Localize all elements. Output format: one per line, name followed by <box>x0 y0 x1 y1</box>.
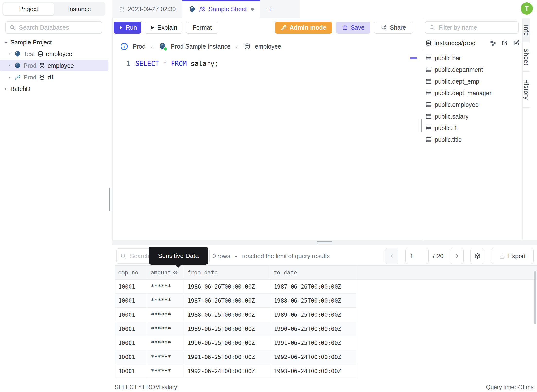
table-row[interactable]: 10001******1989-06-25T00:00:00Z1990-06-2… <box>115 322 356 336</box>
table-cell[interactable]: 10001 <box>115 350 147 364</box>
column-header-emp-no[interactable]: emp_no <box>115 266 147 279</box>
table-cell[interactable]: 10001 <box>115 308 147 322</box>
caret-down-icon[interactable] <box>4 40 8 44</box>
save-button[interactable]: Save <box>336 22 370 34</box>
table-cell[interactable]: 1989-06-25T00:00:00Z <box>184 322 270 336</box>
unlink-icon <box>119 6 125 12</box>
page-number-field[interactable] <box>405 248 429 264</box>
caret-right-icon[interactable] <box>7 52 11 56</box>
external-link-icon <box>501 40 508 46</box>
breadcrumb-environment[interactable]: Prod <box>133 43 146 50</box>
results-resize-handle[interactable] <box>112 240 537 245</box>
table-cell[interactable]: 1993-06-24T00:00:00Z <box>270 364 356 378</box>
table-row[interactable]: 10001******1987-06-26T00:00:00Z1988-06-2… <box>115 294 356 308</box>
explain-button[interactable]: Explain <box>145 22 182 34</box>
table-cell[interactable]: ****** <box>147 350 184 364</box>
eye-off-icon[interactable] <box>173 270 179 275</box>
table-row[interactable]: 10001******1988-06-25T00:00:00Z1989-06-2… <box>115 308 356 322</box>
table-cell[interactable]: 1989-06-25T00:00:00Z <box>270 308 356 322</box>
table-cell[interactable]: 10001 <box>115 294 147 307</box>
table-cell[interactable]: 1986-06-26T00:00:00Z <box>184 280 270 293</box>
tab-project[interactable]: Project <box>3 3 54 15</box>
column-header-to-date[interactable]: to_date <box>270 266 356 279</box>
table-cell[interactable]: 10001 <box>115 364 147 378</box>
sheet-tab-unsaved[interactable]: 2023-09-27 02:30 <box>112 0 182 18</box>
table-cell[interactable]: 1991-06-25T00:00:00Z <box>270 336 356 350</box>
tree-database-item[interactable]: Prodemployee <box>0 60 108 71</box>
open-external-button[interactable] <box>501 40 508 46</box>
table-cell[interactable]: ****** <box>147 336 184 350</box>
add-sheet-button[interactable]: + <box>260 0 279 18</box>
caret-right-icon[interactable] <box>7 64 11 68</box>
info-icon[interactable] <box>120 42 128 51</box>
schema-panel-resize-handle[interactable] <box>419 18 422 241</box>
table-list-item[interactable]: public.title <box>422 134 522 145</box>
table-cell[interactable]: ****** <box>147 364 184 378</box>
table-cell[interactable]: ****** <box>147 280 184 293</box>
run-button[interactable]: Run <box>114 22 141 34</box>
share-button[interactable]: Share <box>374 22 413 34</box>
tree-database-item[interactable]: Testemployee <box>0 48 108 60</box>
tree-project-item[interactable]: BatchD <box>0 83 108 95</box>
database-search[interactable] <box>5 21 102 34</box>
table-name: public.bar <box>435 55 461 62</box>
table-list-item[interactable]: public.employee <box>422 99 522 111</box>
next-page-button[interactable] <box>450 248 464 264</box>
table-cell[interactable]: 1990-06-25T00:00:00Z <box>270 322 356 336</box>
tree-database-item[interactable]: Prodd1 <box>0 71 108 83</box>
table-list-item[interactable]: public.dept_emp <box>422 76 522 87</box>
caret-right-icon[interactable] <box>7 75 11 79</box>
table-cell[interactable]: ****** <box>147 294 184 307</box>
tab-info[interactable]: Info <box>523 18 530 42</box>
breadcrumb-instance[interactable]: Prod Sample Instance <box>171 43 231 50</box>
sheet-tab-active[interactable]: Sample Sheet <box>182 0 260 18</box>
table-list-item[interactable]: public.salary <box>422 111 522 122</box>
edit-schema-button[interactable] <box>513 40 520 46</box>
table-row[interactable]: 10001******1991-06-25T00:00:00Z1992-06-2… <box>115 350 356 364</box>
table-row[interactable]: 10001******1992-06-24T00:00:00Z1993-06-2… <box>115 364 356 378</box>
prev-page-button[interactable] <box>385 248 398 264</box>
caret-right-icon[interactable] <box>4 87 8 91</box>
table-cell[interactable]: 1991-06-25T00:00:00Z <box>184 350 270 364</box>
table-cell[interactable]: ****** <box>147 322 184 336</box>
tab-sheet[interactable]: Sheet <box>523 42 530 72</box>
tab-instance[interactable]: Instance <box>54 3 105 15</box>
table-filter[interactable] <box>425 21 519 34</box>
play-icon <box>150 25 155 30</box>
table-list-item[interactable]: public.department <box>422 64 522 76</box>
avatar[interactable]: T <box>521 2 533 15</box>
code-line-content[interactable]: SELECT * FROM salary; <box>135 59 218 68</box>
table-row[interactable]: 10001******1986-06-26T00:00:00Z1987-06-2… <box>115 280 356 294</box>
table-cell[interactable]: 1990-06-25T00:00:00Z <box>184 336 270 350</box>
sql-editor[interactable]: 1 SELECT * FROM salary; <box>112 56 419 240</box>
table-cell[interactable]: 1992-06-24T00:00:00Z <box>270 350 356 364</box>
table-list-item[interactable]: public.t1 <box>422 122 522 134</box>
tree-project-item[interactable]: Sample Project <box>0 36 108 48</box>
table-cell[interactable]: 10001 <box>115 280 147 293</box>
table-cell[interactable]: 10001 <box>115 322 147 336</box>
schema-diagram-button[interactable] <box>490 40 496 46</box>
table-list-item[interactable]: public.bar <box>422 52 522 64</box>
table-cell[interactable]: 10001 <box>115 336 147 350</box>
format-button[interactable]: Format <box>186 22 218 34</box>
tab-history[interactable]: History <box>523 72 530 108</box>
cube-button[interactable] <box>470 248 484 264</box>
export-button[interactable]: Export <box>491 248 534 264</box>
table-row[interactable]: 10001******1990-06-25T00:00:00Z1991-06-2… <box>115 336 356 350</box>
table-cell[interactable]: 1992-06-24T00:00:00Z <box>184 364 270 378</box>
table-list-item[interactable]: public.dept_manager <box>422 87 522 99</box>
sidebar-resize-handle[interactable] <box>108 0 112 392</box>
table-cell[interactable]: ****** <box>147 308 184 322</box>
table-cell[interactable]: 1987-06-26T00:00:00Z <box>184 294 270 307</box>
database-search-input[interactable] <box>18 24 98 31</box>
page-number-input[interactable] <box>406 252 428 260</box>
admin-mode-button[interactable]: Admin mode <box>275 22 332 34</box>
table-cell[interactable]: 1988-06-25T00:00:00Z <box>184 308 270 322</box>
table-filter-input[interactable] <box>438 24 515 31</box>
results-scrollbar-thumb[interactable] <box>534 271 536 324</box>
breadcrumb-database[interactable]: employee <box>255 43 281 50</box>
table-cell[interactable]: 1987-06-26T00:00:00Z <box>270 280 356 293</box>
table-cell[interactable]: 1988-06-25T00:00:00Z <box>270 294 356 307</box>
column-header-from-date[interactable]: from_date <box>184 266 270 279</box>
table-icon <box>425 102 432 108</box>
